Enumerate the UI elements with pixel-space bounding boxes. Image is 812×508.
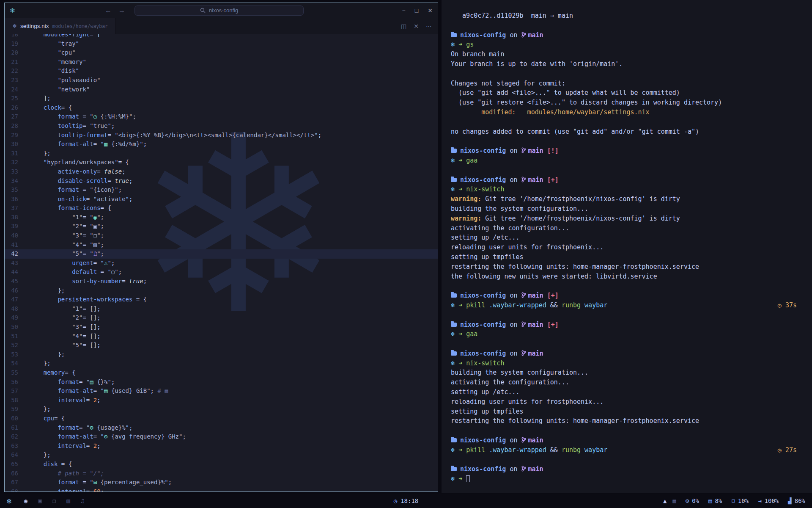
line-number[interactable]: 22 (5, 66, 29, 76)
line-number[interactable]: 28 (5, 121, 29, 131)
code-line[interactable]: 36 on-click= "activate"; (5, 195, 438, 204)
memory-module[interactable]: ▤8% (708, 497, 722, 504)
code-line[interactable]: 67 format = "⊟ {percentage_used}%"; (5, 478, 438, 487)
line-number[interactable]: 67 (5, 478, 29, 487)
code-line[interactable]: 18 modules-right= [ (5, 34, 438, 39)
code-line[interactable]: 46 }; (5, 286, 438, 295)
close-button[interactable]: ✕ (428, 7, 433, 14)
line-number[interactable]: 64 (5, 450, 29, 460)
line-number[interactable]: 59 (5, 405, 29, 414)
line-number[interactable]: 31 (5, 149, 29, 158)
line-number[interactable]: 32 (5, 158, 29, 167)
line-number[interactable]: 40 (5, 231, 29, 240)
line-number[interactable]: 54 (5, 359, 29, 368)
line-number[interactable]: 49 (5, 313, 29, 323)
line-number[interactable]: 30 (5, 140, 29, 149)
line-number[interactable]: 35 (5, 185, 29, 195)
line-number[interactable]: 38 (5, 213, 29, 222)
code-line[interactable]: 35 format = "{icon}"; (5, 185, 438, 195)
clock-module[interactable]: ◷ 18:18 (394, 497, 419, 504)
line-number[interactable]: 33 (5, 167, 29, 177)
code-line[interactable]: 56 format= "▤ {}%"; (5, 378, 438, 387)
code-line[interactable]: 65 disk = { (5, 460, 438, 469)
line-number[interactable]: 27 (5, 112, 29, 121)
line-number[interactable]: 62 (5, 432, 29, 442)
code-line[interactable]: 59 }; (5, 405, 438, 414)
code-line[interactable]: 31 }; (5, 149, 438, 158)
tray-icon[interactable]: ▲ (663, 497, 667, 504)
line-number[interactable]: 18 (5, 34, 29, 39)
code-line[interactable]: 62 format-alt= "⚙ {avg_frequency} GHz"; (5, 432, 438, 442)
code-line[interactable]: 37 format-icons= { (5, 204, 438, 213)
line-number[interactable]: 56 (5, 378, 29, 387)
line-number[interactable]: 44 (5, 268, 29, 277)
split-editor-icon[interactable]: ◫ (401, 23, 406, 30)
line-number[interactable]: 46 (5, 286, 29, 295)
code-line[interactable]: 68 interval= 60; (5, 487, 438, 491)
line-number[interactable]: 19 (5, 39, 29, 49)
code-line[interactable]: 42 "5"= "♫"; (5, 249, 438, 259)
code-editor[interactable]: ❄ 18 modules-right= [19 "tray"20 "cpu"21… (5, 34, 438, 491)
code-line[interactable]: 32 "hyprland/workspaces"= { (5, 158, 438, 167)
disk-module[interactable]: ⊟10% (731, 497, 749, 504)
line-number[interactable]: 42 (5, 249, 29, 259)
code-line[interactable]: 45 sort-by-number= true; (5, 277, 438, 286)
code-line[interactable]: 57 format-alt= "▤ {used} GiB"; # ▦ (5, 387, 438, 396)
line-number[interactable]: 53 (5, 350, 29, 359)
workspace-button-5[interactable]: ♫ (81, 497, 84, 504)
minimize-button[interactable]: − (402, 7, 406, 14)
maximize-button[interactable]: □ (415, 7, 418, 14)
code-line[interactable]: 64 }; (5, 450, 438, 460)
line-number[interactable]: 36 (5, 195, 29, 204)
code-line[interactable]: 33 active-only= false; (5, 167, 438, 177)
line-number[interactable]: 37 (5, 204, 29, 213)
code-line[interactable]: 25 ]; (5, 94, 438, 103)
code-line[interactable]: 38 "1"= "◉"; (5, 213, 438, 222)
line-number[interactable]: 48 (5, 304, 29, 314)
back-button[interactable]: ← (105, 7, 112, 14)
workspace-button-1[interactable]: ◉ (24, 497, 27, 504)
code-line[interactable]: 23 "pulseaudio" (5, 76, 438, 85)
code-line[interactable]: 39 "2"= "▣"; (5, 222, 438, 231)
line-number[interactable]: 65 (5, 460, 29, 469)
code-line[interactable]: 47 persistent-workspaces = { (5, 295, 438, 304)
workspace-button-4[interactable]: ▧ (66, 497, 70, 504)
line-number[interactable]: 58 (5, 396, 29, 405)
code-line[interactable]: 27 format = "◷ {:%H:%M}"; (5, 112, 438, 121)
line-number[interactable]: 51 (5, 332, 29, 341)
line-number[interactable]: 55 (5, 368, 29, 378)
line-number[interactable]: 52 (5, 341, 29, 350)
line-number[interactable]: 47 (5, 295, 29, 304)
code-line[interactable]: 40 "3"= "❐"; (5, 231, 438, 240)
code-line[interactable]: 26 clock= { (5, 103, 438, 113)
code-line[interactable]: 28 tooltip= "true"; (5, 121, 438, 131)
code-line[interactable]: 52 "5"= []; (5, 341, 438, 350)
code-line[interactable]: 21 "memory" (5, 58, 438, 67)
code-line[interactable]: 22 "disk" (5, 66, 438, 76)
cpu-module[interactable]: ⚙0% (686, 497, 699, 504)
code-line[interactable]: 63 interval= 2; (5, 442, 438, 451)
code-line[interactable]: 54 }; (5, 359, 438, 368)
code-line[interactable]: 61 format= "⚙ {usage}%"; (5, 423, 438, 433)
nixos-launcher-icon[interactable]: ❄ (7, 497, 11, 505)
line-number[interactable]: 21 (5, 58, 29, 67)
network-module[interactable]: ▟86% (788, 497, 805, 504)
tab-settings-nix[interactable]: ❄ settings.nix modules/home/waybar (5, 18, 116, 34)
code-line[interactable]: 20 "cpu" (5, 48, 438, 58)
line-number[interactable]: 41 (5, 240, 29, 250)
line-number[interactable]: 34 (5, 177, 29, 186)
code-line[interactable]: 24 "network" (5, 85, 438, 94)
line-number[interactable]: 26 (5, 103, 29, 113)
code-line[interactable]: 51 "4"= []; (5, 332, 438, 341)
code-line[interactable]: 53 }; (5, 350, 438, 359)
line-number[interactable]: 24 (5, 85, 29, 94)
line-number[interactable]: 39 (5, 222, 29, 231)
tray-icon[interactable]: ▦ (672, 497, 676, 504)
line-number[interactable]: 57 (5, 387, 29, 396)
line-number[interactable]: 60 (5, 414, 29, 423)
line-number[interactable]: 66 (5, 469, 29, 478)
code-line[interactable]: 49 "2"= []; (5, 313, 438, 323)
code-line[interactable]: 44 default = "○"; (5, 268, 438, 277)
line-number[interactable]: 45 (5, 277, 29, 286)
code-line[interactable]: 66 # path = "/"; (5, 469, 438, 478)
